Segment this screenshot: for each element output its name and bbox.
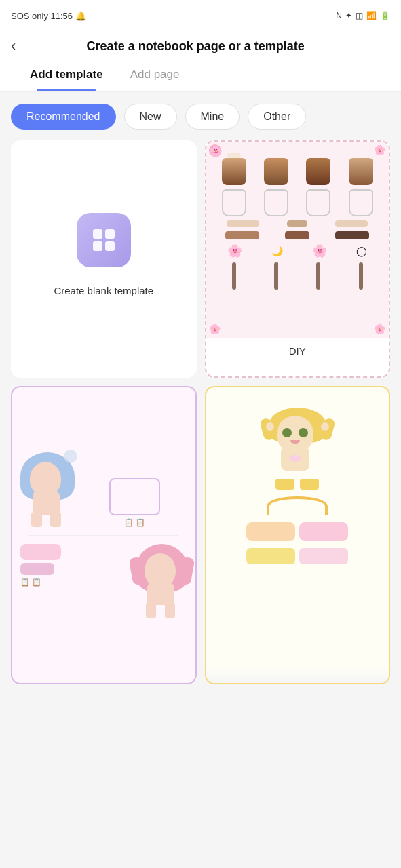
svg-rect-1	[105, 229, 115, 239]
svg-rect-2	[93, 241, 102, 251]
filter-recommended[interactable]: Recommended	[11, 104, 116, 130]
vibrate-icon: ◫	[356, 11, 363, 20]
diy-label: DIY	[284, 338, 311, 366]
status-right: N ✦ ◫ 📶 🔋	[336, 11, 390, 20]
filter-other[interactable]: Other	[248, 104, 306, 130]
blank-template-label: Create blank template	[48, 278, 159, 306]
diy-row-4	[213, 231, 383, 239]
tab-add-template[interactable]: Add template	[16, 61, 117, 91]
wifi-icon: 📶	[366, 11, 377, 20]
filter-mine[interactable]: Mine	[185, 104, 240, 130]
nfc-icon: N	[336, 11, 342, 20]
dress-up-label: Dress Up	[12, 676, 66, 684]
corner-flower-br: 🌸	[374, 323, 386, 336]
card-fade	[206, 642, 389, 683]
template-grid: Create blank template 🌸 🌸 🌸 🌸	[0, 138, 401, 695]
diy-row-2	[213, 189, 383, 216]
svg-rect-0	[93, 229, 102, 239]
bluetooth-icon: ✦	[345, 11, 352, 20]
cute-doll-preview	[206, 387, 389, 584]
blank-template-icon	[77, 213, 131, 267]
page-title: Create a notebook page or a template	[24, 38, 367, 54]
card-cute-doll[interactable]	[205, 386, 391, 684]
card-blank-template[interactable]: Create blank template	[11, 140, 197, 378]
diy-row-5: 🌸 🌙 🌸 ◯	[213, 243, 383, 258]
card-dress-up[interactable]: 📋 📋 📋 📋	[11, 386, 197, 684]
diy-row-3	[213, 220, 383, 227]
card-diy[interactable]: 🌸 🌸 🌸 🌸	[205, 140, 391, 378]
status-left: SOS only 11:56 🔔	[11, 11, 86, 21]
corner-flower-tl: 🌸	[209, 144, 221, 157]
diy-preview: 🌸 🌸 🌸 🌸	[206, 142, 389, 338]
dressup-preview: 📋 📋 📋 📋	[12, 387, 195, 683]
diy-row-6	[213, 262, 383, 290]
header: ‹ Create a notebook page or a template	[0, 30, 401, 61]
corner-flower-tr: 🌸	[374, 144, 386, 157]
status-bar: SOS only 11:56 🔔 N ✦ ◫ 📶 🔋	[0, 0, 401, 30]
tab-add-page[interactable]: Add page	[117, 61, 193, 91]
corner-flower-bl: 🌸	[209, 323, 221, 336]
back-button[interactable]: ‹	[11, 39, 16, 54]
svg-rect-3	[105, 241, 115, 251]
tabs-bar: Add template Add page	[0, 61, 401, 92]
filter-bar: Recommended New Mine Other	[0, 92, 401, 138]
battery-icon: 🔋	[380, 11, 390, 20]
filter-new[interactable]: New	[124, 104, 177, 130]
diy-row-1	[213, 158, 383, 185]
